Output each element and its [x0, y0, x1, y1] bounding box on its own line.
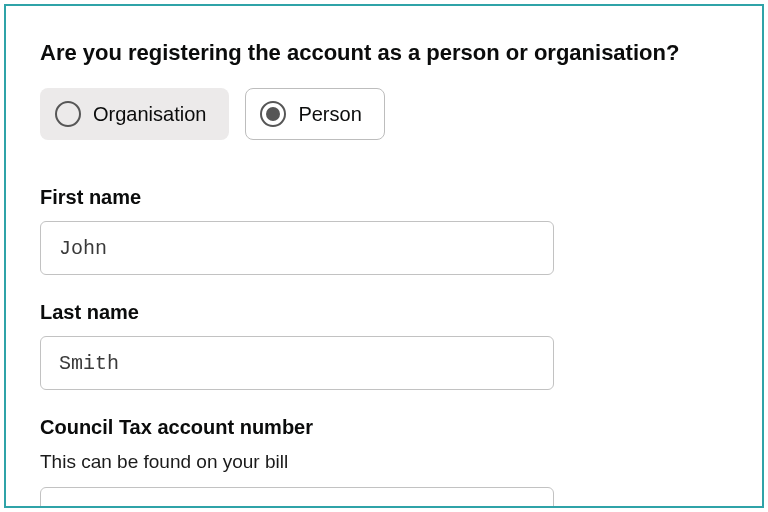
radio-organisation[interactable]: Organisation: [40, 88, 229, 140]
radio-circle-icon: [260, 101, 286, 127]
last-name-label: Last name: [40, 301, 728, 324]
first-name-input[interactable]: [40, 221, 554, 275]
radio-dot-icon: [266, 107, 280, 121]
last-name-input[interactable]: [40, 336, 554, 390]
account-number-input[interactable]: [40, 487, 554, 508]
first-name-label: First name: [40, 186, 728, 209]
account-number-label: Council Tax account number: [40, 416, 728, 439]
last-name-group: Last name: [40, 301, 728, 390]
question-heading: Are you registering the account as a per…: [40, 40, 728, 66]
form-frame: Are you registering the account as a per…: [4, 4, 764, 508]
radio-person-label: Person: [298, 103, 361, 126]
first-name-group: First name: [40, 186, 728, 275]
radio-circle-icon: [55, 101, 81, 127]
account-number-group: Council Tax account number This can be f…: [40, 416, 728, 508]
radio-person[interactable]: Person: [245, 88, 384, 140]
account-number-hint: This can be found on your bill: [40, 451, 728, 473]
radio-organisation-label: Organisation: [93, 103, 206, 126]
account-type-radio-group: Organisation Person: [40, 88, 728, 140]
